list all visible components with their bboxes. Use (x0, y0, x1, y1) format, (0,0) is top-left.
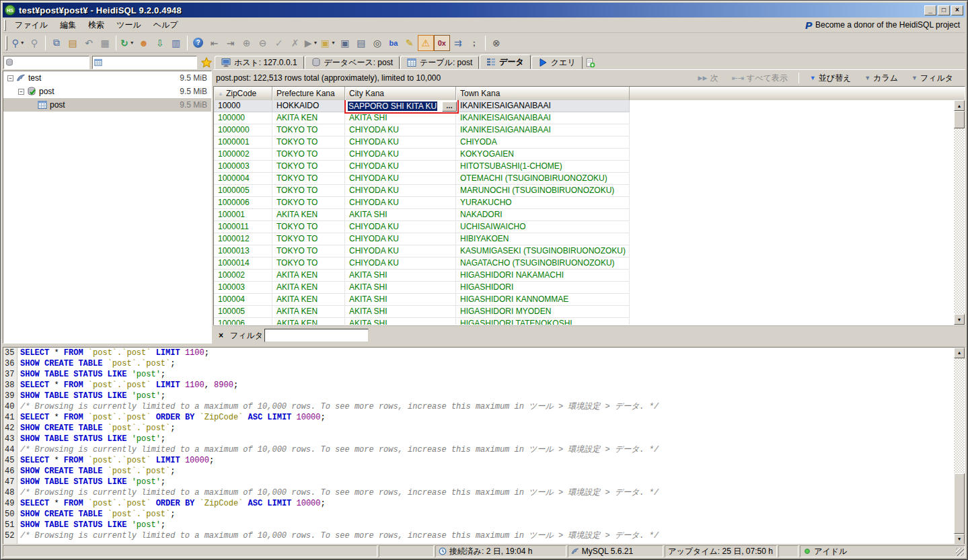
column-header-prefecture-kana[interactable]: Prefecture Kana (272, 87, 345, 100)
filter-close-button[interactable]: × (213, 331, 230, 340)
scroll-up-button[interactable]: ▲ (954, 100, 965, 111)
grid-cell[interactable]: 1000004 (214, 173, 272, 185)
grid-cell[interactable]: HIGASHIDORI MYODEN (456, 306, 630, 318)
tree-item-post-1[interactable]: −post9.5 MiB (3, 85, 211, 98)
grid-cell[interactable]: AKITA KEN (272, 306, 345, 318)
cell-editor[interactable]: SAPPORO SHI KITA KU… (344, 100, 459, 114)
grid-cell[interactable]: 10000 (214, 100, 272, 112)
grid-cell[interactable]: CHIYODA KU (345, 136, 456, 149)
grid-cell[interactable]: NAKADORI (456, 209, 630, 221)
open-sql-file-dropdown-icon[interactable]: ▼ (331, 40, 336, 45)
save-sql-as-button[interactable]: ▤ (353, 35, 369, 51)
database-tree[interactable]: −test9.5 MiB−post9.5 MiBpost9.5 MiB (3, 71, 212, 344)
scroll-thumb[interactable] (954, 111, 965, 128)
grid-cell[interactable]: CHIYODA KU (345, 173, 456, 185)
toolbar-grip[interactable] (5, 36, 7, 50)
refresh-button[interactable]: ↻▼ (119, 35, 136, 51)
replace-text-button[interactable]: ba (385, 35, 402, 51)
grid-cell[interactable]: CHIYODA KU (345, 233, 456, 245)
print-button[interactable]: ▦ (97, 35, 113, 51)
grid-cell[interactable]: 1000005 (214, 185, 272, 197)
grid-cell[interactable]: AKITA SHI (345, 112, 456, 124)
save-sql-button[interactable]: ▣ (337, 35, 353, 51)
grid-cell[interactable]: HIGASHIDORI KANNOMMAE (456, 294, 630, 306)
next-rows-button[interactable]: ▶▶ 次 (693, 71, 724, 85)
grid-cell[interactable]: AKITA KEN (272, 112, 345, 124)
execute-sql-dropdown-icon[interactable]: ▼ (313, 40, 318, 45)
grid-cell[interactable]: AKITA SHI (345, 270, 456, 282)
session-manager-button[interactable]: ⚲▼ (10, 35, 26, 51)
grid-cell[interactable]: 100002 (214, 270, 272, 282)
menu-item-3[interactable]: ツール (110, 17, 147, 33)
grid-cell[interactable]: AKITA KEN (272, 282, 345, 294)
tab-テーブル[interactable]: テーブル: post (400, 56, 479, 69)
grid-cell[interactable]: 100001 (214, 209, 272, 221)
go-first-button[interactable]: ⇤ (207, 35, 223, 51)
grid-cell[interactable]: CHIYODA KU (345, 257, 456, 270)
grid-cell[interactable]: AKITA SHI (345, 306, 456, 318)
paste-button[interactable]: ▤ (65, 35, 81, 51)
tree-expander-icon[interactable]: − (18, 89, 24, 95)
show-all-rows-button[interactable]: ⇤⇥ すべて表示 (726, 71, 792, 85)
blob-as-text-button[interactable]: ⚠ (418, 35, 434, 51)
grid-cell[interactable]: IKANIKEISAIGANAIBAAI (456, 124, 630, 136)
grid-cell[interactable]: AKITA KEN (272, 294, 345, 306)
grid-cell[interactable]: TOKYO TO (272, 245, 345, 257)
grid-cell[interactable]: AKITA SHI (345, 294, 456, 306)
grid-cell[interactable]: 100006 (214, 318, 272, 325)
go-last-button[interactable]: ⇥ (223, 35, 239, 51)
grid-cell[interactable]: 100000 (214, 112, 272, 124)
sql-log-scrollbar[interactable]: ▲ ▼ (954, 348, 965, 545)
grid-cell[interactable]: AKITA SHI (345, 209, 456, 221)
grid-cell[interactable]: CHIYODA KU (345, 161, 456, 173)
grid-cell[interactable]: IKANIKEISAIGANAIBAAI (456, 112, 630, 124)
apply-changes-button[interactable]: ✓ (271, 35, 287, 51)
column-header-town-kana[interactable]: Town Kana (456, 87, 630, 100)
grid-cell[interactable]: HIGASHIDORI TATENOKOSHI (456, 318, 630, 325)
grid-cell[interactable]: CHIYODA KU (345, 221, 456, 233)
grid-cell[interactable]: CHIYODA (456, 136, 630, 149)
grid-cell[interactable]: 1000006 (214, 197, 272, 209)
batch-send-button[interactable]: ⇉ (450, 35, 466, 51)
grid-cell[interactable]: KOKYOGAIEN (456, 149, 630, 161)
donor-link[interactable]: P Become a donor of the HeidiSQL project (800, 18, 965, 32)
grid-cell[interactable]: 100004 (214, 294, 272, 306)
sql-scroll-thumb[interactable] (954, 473, 965, 534)
grid-cell[interactable]: AKITA SHI (345, 318, 456, 325)
grid-cell[interactable]: 1000003 (214, 161, 272, 173)
grid-cell[interactable]: UCHISAIWAICHO (456, 221, 630, 233)
grid-cell[interactable]: TOKYO TO (272, 149, 345, 161)
grid-cell[interactable]: CHIYODA KU (345, 149, 456, 161)
grid-cell[interactable]: AKITA KEN (272, 270, 345, 282)
cell-editor-ellipsis-button[interactable]: … (442, 102, 457, 112)
database-filter-box[interactable] (3, 56, 89, 69)
tree-expander-icon[interactable]: − (7, 75, 13, 81)
grid-cell[interactable]: 100003 (214, 282, 272, 294)
grid-cell[interactable]: AKITA KEN (272, 318, 345, 325)
grid-cell[interactable]: TOKYO TO (272, 173, 345, 185)
sql-scroll-down-button[interactable]: ▼ (954, 534, 965, 545)
grid-cell[interactable]: 1000014 (214, 257, 272, 270)
grid-cell[interactable]: IKANIKEISAIGANAIBAAI (456, 100, 630, 112)
sql-log-panel[interactable]: 35SELECT * FROM `post`.`post` LIMIT 1100… (3, 347, 965, 545)
grid-cell[interactable]: 1000013 (214, 245, 272, 257)
grid-cell[interactable]: 100005 (214, 306, 272, 318)
menu-item-4[interactable]: ヘルプ (147, 17, 184, 33)
grid-cell[interactable]: TOKYO TO (272, 221, 345, 233)
refresh-dropdown-icon[interactable]: ▼ (130, 40, 135, 45)
scroll-down-button[interactable]: ▼ (954, 314, 965, 325)
grid-cell[interactable]: TOKYO TO (272, 161, 345, 173)
insert-row-button[interactable]: ⊕ (239, 35, 255, 51)
sql-scroll-up-button[interactable]: ▲ (954, 348, 965, 358)
columns-button[interactable]: ▼ カラム (859, 71, 903, 85)
grid-cell[interactable]: MARUNOCHI (TSUGINOBIRUONOZOKU) (456, 185, 630, 197)
undo-button[interactable]: ↶ (81, 35, 97, 51)
grid-cell[interactable]: 1000012 (214, 233, 272, 245)
stop-process-button[interactable]: ⊗ (488, 35, 505, 51)
grid-cell[interactable]: YURAKUCHO (456, 197, 630, 209)
minimize-button[interactable]: _ (924, 5, 936, 15)
tab-データベース[interactable]: データベース: post (305, 56, 400, 69)
tree-item-post-2[interactable]: post9.5 MiB (3, 98, 211, 112)
grid-cell[interactable]: TOKYO TO (272, 233, 345, 245)
table-filter-box[interactable] (92, 56, 197, 69)
